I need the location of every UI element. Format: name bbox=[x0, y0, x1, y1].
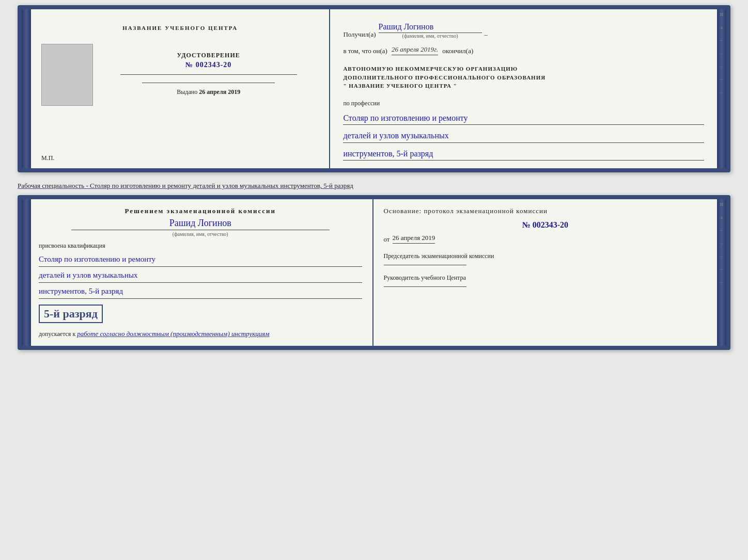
qualification-line1: Столяр по изготовлению и ремонту bbox=[39, 252, 362, 267]
mp-label: М.П. bbox=[41, 154, 54, 162]
assigned-text: присвоена квалификация bbox=[39, 242, 362, 250]
profession-label: по профессии bbox=[343, 100, 704, 107]
center-head-sign-line bbox=[384, 286, 466, 287]
issued-date: 26 апреля 2019 bbox=[199, 88, 240, 95]
issued-block: Выдано 26 апреля 2019 bbox=[177, 88, 240, 96]
qualification-line3: инструментов, 5-й разряд bbox=[39, 284, 362, 299]
bottom-left-panel: Решением экзаменационной комиссии Рашид … bbox=[31, 199, 373, 346]
bottom-right-spine: И а ← – – – – bbox=[717, 199, 726, 346]
admitted-text: допускается к работе согласно должностны… bbox=[39, 330, 362, 338]
protocol-number: № 002343-20 bbox=[384, 220, 707, 230]
top-certificate-book: НАЗВАНИЕ УЧЕБНОГО ЦЕНТРА УДОСТОВЕРЕНИЕ №… bbox=[18, 5, 730, 172]
cert-number: 002343-20 bbox=[196, 61, 232, 69]
basis-text: Основание: протокол экзаменационной коми… bbox=[384, 207, 707, 215]
cert-left-panel: НАЗВАНИЕ УЧЕБНОГО ЦЕНТРА УДОСТОВЕРЕНИЕ №… bbox=[31, 9, 330, 168]
profession-line2: деталей и узлов музыкальных bbox=[343, 129, 704, 143]
completion-date: 26 апреля 2019г. bbox=[392, 45, 438, 55]
from-date: 26 апреля 2019 bbox=[393, 234, 435, 244]
admitted-prefix: допускается к bbox=[39, 330, 75, 338]
dash-top: – bbox=[485, 30, 488, 39]
person-name: Рашид Логинов bbox=[39, 218, 362, 229]
qualification-line2: деталей и узлов музыкальных bbox=[39, 268, 362, 283]
divider-line-1 bbox=[120, 74, 297, 75]
org-line3: " НАЗВАНИЕ УЧЕБНОГО ЦЕНТРА " bbox=[343, 82, 704, 90]
in-that-line: в том, что он(а) 26 апреля 2019г. окончи… bbox=[343, 45, 704, 55]
cert-number-block: УДОСТОВЕРЕНИЕ № 002343-20 bbox=[177, 52, 240, 69]
fio-sublabel-top: (фамилия, имя, отчество) bbox=[402, 33, 458, 39]
org-line2: ДОПОЛНИТЕЛЬНОГО ПРОФЕССИОНАЛЬНОГО ОБРАЗО… bbox=[343, 73, 704, 82]
person-name-block: Рашид Логинов (фамилия, имя, отчество) bbox=[39, 218, 362, 237]
received-label: Получил(а) bbox=[343, 30, 376, 39]
cert-right-panel: Получил(а) Рашид Логинов (фамилия, имя, … bbox=[330, 9, 717, 168]
bottom-certificate-book: Решением экзаменационной комиссии Рашид … bbox=[18, 195, 730, 350]
chairman-title: Председатель экзаменационной комиссии bbox=[384, 251, 707, 261]
working-specialty-text: Рабочая специальность - Столяр по изгото… bbox=[18, 179, 730, 193]
decision-title: Решением экзаменационной комиссии bbox=[39, 207, 362, 215]
profession-line3: инструментов, 5-й разряд bbox=[343, 147, 704, 161]
from-date-line: от 26 апреля 2019 bbox=[384, 234, 707, 244]
center-head-block: Руководитель учебного Центра bbox=[384, 273, 707, 287]
recipient-line: Получил(а) Рашид Логинов (фамилия, имя, … bbox=[343, 22, 704, 39]
bottom-right-panel: Основание: протокол экзаменационной коми… bbox=[373, 199, 718, 346]
bottom-left-spine bbox=[22, 199, 31, 346]
center-title: НАЗВАНИЕ УЧЕБНОГО ЦЕНТРА bbox=[122, 25, 238, 31]
working-specialty-label: Рабочая специальность - Столяр по изгото… bbox=[18, 182, 353, 189]
completed-label: окончил(а) bbox=[442, 47, 473, 55]
admitted-handwritten: работе согласно должностным (производств… bbox=[77, 330, 269, 338]
org-block: АВТОНОМНУЮ НЕКОММЕРЧЕСКУЮ ОРГАНИЗАЦИЮ ДО… bbox=[343, 65, 704, 90]
profession-line1: Столяр по изготовлению и ремонту bbox=[343, 111, 704, 125]
from-prefix: от bbox=[384, 235, 390, 244]
chairman-sign-line bbox=[384, 265, 466, 265]
bottom-right-spine-marks: И а ← – – – – bbox=[717, 199, 726, 287]
org-line1: АВТОНОМНУЮ НЕКОММЕРЧЕСКУЮ ОРГАНИЗАЦИЮ bbox=[343, 65, 704, 73]
left-spine bbox=[22, 9, 31, 168]
name-underline bbox=[71, 230, 330, 230]
center-head-title: Руководитель учебного Центра bbox=[384, 273, 707, 282]
issued-label: Выдано bbox=[177, 88, 197, 95]
right-spine: И а ← – – – – bbox=[717, 9, 726, 168]
recipient-name: Рашид Логинов bbox=[379, 22, 482, 33]
cert-number-prefix: № bbox=[185, 61, 193, 69]
cert-label: УДОСТОВЕРЕНИЕ bbox=[177, 52, 240, 59]
right-spine-marks: И а ← – – – – bbox=[717, 9, 726, 97]
chairman-block: Председатель экзаменационной комиссии bbox=[384, 251, 707, 265]
in-that-label: в том, что он(а) bbox=[343, 47, 387, 55]
rank-highlight: 5-й разряд bbox=[39, 305, 103, 323]
photo-placeholder bbox=[41, 44, 93, 106]
fio-sublabel-bottom: (фамилия, имя, отчество) bbox=[39, 231, 362, 237]
